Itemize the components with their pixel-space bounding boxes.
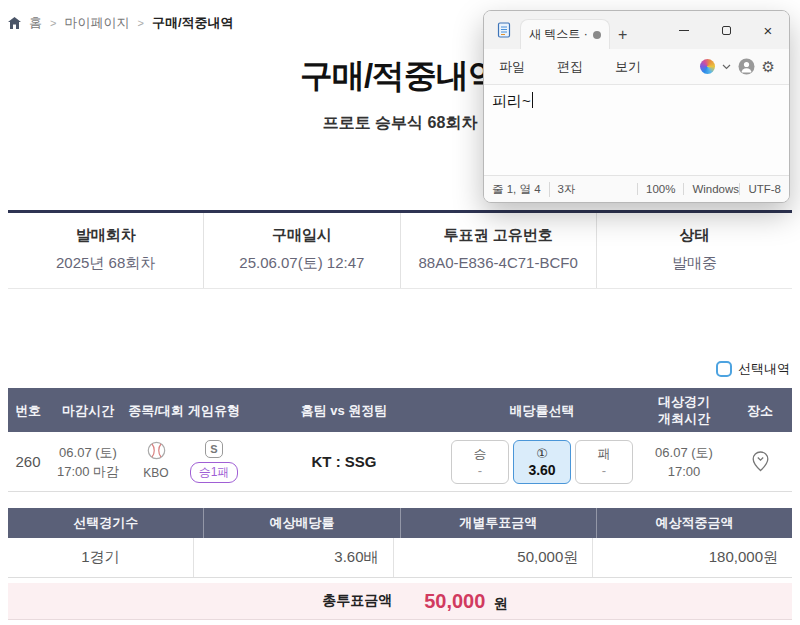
notepad-tab-label: 새 텍스트 · bbox=[529, 26, 587, 43]
location-pin-icon[interactable] bbox=[752, 451, 769, 472]
summary-values: 1경기 3.60배 50,000원 180,000원 bbox=[8, 538, 792, 578]
info-label: 발매회차 bbox=[8, 226, 203, 245]
maximize-button[interactable] bbox=[705, 11, 747, 49]
baseball-icon bbox=[147, 441, 166, 463]
account-icon[interactable] bbox=[738, 58, 755, 75]
info-value: 2025년 68회차 bbox=[8, 254, 203, 273]
header-league: 종목/대회 bbox=[128, 402, 184, 419]
settings-gear-icon[interactable]: ⚙ bbox=[762, 58, 775, 76]
game-table: 번호 마감시간 종목/대회 게임유형 홈팀 vs 원정팀 배당률선택 대상경기 … bbox=[8, 388, 792, 492]
notepad-statusbar: 줄 1, 열 4 3자 100% Windows UTF-8 bbox=[484, 175, 789, 202]
game-type-letter-icon: S bbox=[205, 440, 223, 458]
odds-button-group: 승 - ① 3.60 패 - bbox=[444, 440, 640, 484]
chevron-down-icon[interactable] bbox=[722, 64, 731, 70]
deadline-date: 06.07 (토) bbox=[59, 443, 117, 462]
breadcrumb-separator-icon: > bbox=[137, 17, 143, 29]
header-event-time: 대상경기 개최시간 bbox=[640, 393, 728, 427]
select-history-toggle[interactable]: 선택내역 bbox=[716, 360, 790, 378]
summary-header-payout: 예상적중금액 bbox=[596, 508, 792, 538]
odds-value: 3.60 bbox=[528, 462, 555, 479]
event-time: 06.07 (토) 17:00 bbox=[640, 443, 728, 481]
total-bet-unit: 원 bbox=[494, 595, 508, 611]
header-venue: 장소 bbox=[728, 402, 792, 419]
odds-button-lose[interactable]: 패 - bbox=[575, 440, 633, 484]
total-bet-label: 총투표금액 bbox=[322, 592, 392, 610]
summary-header: 선택경기수 예상배당률 개별투표금액 예상적중금액 bbox=[8, 508, 792, 538]
minimize-button[interactable] bbox=[663, 11, 705, 49]
odds-label: 패 bbox=[598, 445, 611, 462]
event-hour: 17:00 bbox=[668, 462, 701, 481]
notepad-toolbar-right: ⚙ bbox=[700, 58, 783, 76]
breadcrumb-home[interactable]: 홈 bbox=[29, 14, 42, 32]
select-history-label: 선택내역 bbox=[738, 360, 790, 378]
zoom-level[interactable]: 100% bbox=[637, 183, 683, 195]
new-tab-button[interactable]: + bbox=[618, 27, 627, 43]
header-game-type: 게임유형 bbox=[184, 402, 244, 419]
notepad-menubar: 파일 편집 보기 ⚙ bbox=[484, 49, 789, 85]
editor-text: 피리~ bbox=[492, 92, 531, 109]
menu-edit[interactable]: 편집 bbox=[548, 52, 592, 82]
encoding[interactable]: UTF-8 bbox=[739, 183, 789, 195]
total-bet-amount: 50,000 bbox=[424, 590, 485, 612]
info-value: 25.06.07(토) 12:47 bbox=[204, 254, 399, 273]
unsaved-dot-icon bbox=[593, 31, 601, 39]
line-ending[interactable]: Windows bbox=[683, 183, 739, 195]
breadcrumb: 홈 > 마이페이지 > 구매/적중내역 bbox=[8, 14, 234, 32]
cursor-position: 줄 1, 열 4 bbox=[484, 182, 549, 197]
info-col-purchase-datetime: 구매일시 25.06.07(토) 12:47 bbox=[203, 213, 399, 288]
text-caret bbox=[532, 92, 534, 108]
summary-header-odds: 예상배당률 bbox=[203, 508, 399, 538]
game-type: S 승1패 bbox=[184, 440, 244, 483]
menu-file[interactable]: 파일 bbox=[490, 52, 534, 82]
notepad-editor[interactable]: 피리~ bbox=[484, 85, 789, 175]
minimize-icon bbox=[679, 30, 689, 31]
info-col-status: 상태 발매중 bbox=[596, 213, 792, 288]
notepad-titlebar[interactable]: 새 텍스트 · + × bbox=[484, 11, 789, 49]
deadline-time: 17:00 마감 bbox=[57, 462, 119, 481]
game-row: 260 06.07 (토) 17:00 마감 KBO S 승1패 bbox=[8, 432, 792, 492]
total-bet-amount-group: 50,000 원 bbox=[424, 590, 508, 613]
info-label: 투표권 고유번호 bbox=[401, 226, 596, 245]
odds-label: ① bbox=[536, 445, 548, 462]
summary-games-value: 1경기 bbox=[8, 538, 193, 577]
close-icon: × bbox=[764, 23, 773, 38]
odds-button-selected[interactable]: ① 3.60 bbox=[513, 440, 571, 484]
league-name: KBO bbox=[143, 465, 168, 482]
odds-value: - bbox=[602, 462, 606, 479]
game-type-badge: 승1패 bbox=[190, 462, 239, 483]
odds-label: 승 bbox=[474, 445, 487, 462]
statusbar-right: 100% Windows UTF-8 bbox=[637, 183, 789, 195]
game-no: 260 bbox=[8, 453, 48, 470]
menu-view[interactable]: 보기 bbox=[606, 52, 650, 82]
purchase-history-page: 홈 > 마이페이지 > 구매/적중내역 구매/적중내역 프로토 승부식 68회차… bbox=[0, 0, 800, 625]
header-match: 홈팀 vs 원정팀 bbox=[244, 402, 444, 419]
notepad-tab[interactable]: 새 텍스트 · bbox=[520, 19, 610, 49]
notepad-window: 새 텍스트 · + × 파일 편집 보기 bbox=[483, 10, 790, 203]
char-count: 3자 bbox=[549, 182, 584, 197]
close-button[interactable]: × bbox=[747, 11, 789, 49]
odds-button-win[interactable]: 승 - bbox=[451, 440, 509, 484]
select-history-checkbox[interactable] bbox=[716, 361, 732, 377]
summary-odds-value: 3.60배 bbox=[193, 538, 393, 577]
summary-payout-value: 180,000원 bbox=[592, 538, 792, 577]
game-league: KBO bbox=[128, 441, 184, 482]
breadcrumb-separator-icon: > bbox=[50, 17, 56, 29]
maximize-icon bbox=[722, 26, 731, 35]
event-date: 06.07 (토) bbox=[655, 443, 713, 462]
breadcrumb-current: 구매/적중내역 bbox=[152, 14, 234, 32]
notepad-app-icon bbox=[496, 22, 512, 42]
match-teams: KT : SSG bbox=[244, 453, 444, 470]
total-bet-row: 총투표금액 50,000 원 bbox=[8, 583, 792, 620]
game-table-header: 번호 마감시간 종목/대회 게임유형 홈팀 vs 원정팀 배당률선택 대상경기 … bbox=[8, 388, 792, 432]
venue-cell bbox=[728, 451, 792, 472]
header-event-time-line1: 대상경기 bbox=[658, 393, 710, 410]
summary-table: 선택경기수 예상배당률 개별투표금액 예상적중금액 1경기 3.60배 50,0… bbox=[8, 508, 792, 578]
info-col-ticket-id: 투표권 고유번호 88A0-E836-4C71-BCF0 bbox=[400, 213, 596, 288]
header-event-time-line2: 개최시간 bbox=[658, 410, 710, 427]
window-controls: × bbox=[663, 11, 789, 49]
breadcrumb-mypage[interactable]: 마이페이지 bbox=[64, 14, 129, 32]
info-col-round: 발매회차 2025년 68회차 bbox=[8, 213, 203, 288]
copilot-icon[interactable] bbox=[700, 59, 715, 74]
home-icon[interactable] bbox=[8, 17, 21, 29]
header-odds-select: 배당률선택 bbox=[444, 402, 640, 419]
